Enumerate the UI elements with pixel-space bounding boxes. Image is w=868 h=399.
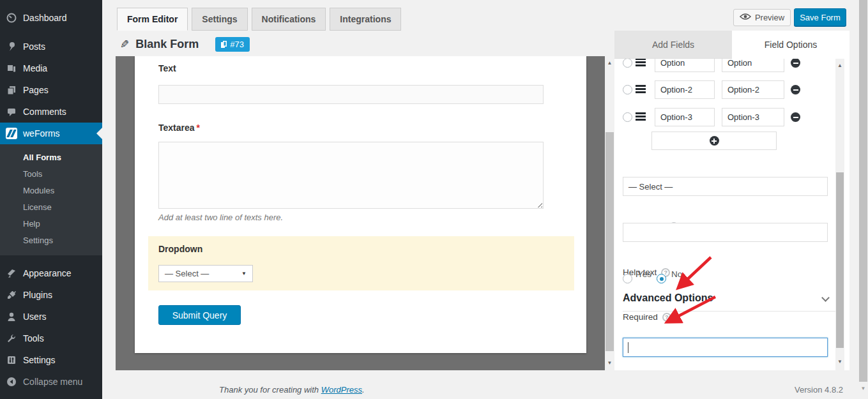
required-yes-label: Yes — [637, 269, 651, 279]
help-text-input[interactable] — [623, 223, 828, 242]
collapse-menu-button[interactable]: Collapse menu — [0, 371, 102, 393]
chevron-down-icon[interactable] — [821, 294, 830, 302]
sidebar-item-weforms[interactable]: weForms — [0, 123, 102, 144]
sidebar-item-plugins[interactable]: Plugins — [0, 284, 102, 306]
form-title: Blank Form — [135, 38, 199, 51]
tab-form-editor[interactable]: Form Editor — [117, 8, 188, 31]
panel-scrollbar-thumb[interactable] — [836, 172, 844, 348]
text-field-label: Text — [158, 63, 176, 73]
pages-icon — [5, 84, 18, 96]
sidebar-subitem-settings[interactable]: Settings — [0, 232, 102, 249]
weforms-icon — [5, 127, 18, 140]
preview-button[interactable]: Preview — [733, 9, 791, 26]
option-default-radio[interactable] — [623, 59, 632, 68]
option-label-input[interactable] — [655, 108, 715, 126]
sidebar-item-settings[interactable]: Settings — [0, 349, 102, 371]
scroll-up-icon[interactable]: ▲ — [605, 60, 614, 66]
sidebar-subitem-modules[interactable]: Modules — [0, 183, 102, 199]
sidebar-item-users[interactable]: Users — [0, 306, 102, 327]
footer-credit: Thank you for creating with WordPress. — [219, 385, 365, 395]
sidebar-item-label: Pages — [23, 85, 49, 95]
sidebar-subitem-all-forms[interactable]: All Forms — [0, 149, 102, 166]
scroll-up-icon[interactable]: ▲ — [835, 63, 844, 69]
option-row — [614, 108, 849, 126]
scroll-down-icon[interactable]: ▼ — [835, 359, 844, 365]
resize-handle[interactable] — [536, 201, 542, 207]
option-row — [614, 80, 849, 99]
sidebar-subitem-help[interactable]: Help — [0, 216, 102, 232]
tab-settings[interactable]: Settings — [192, 8, 247, 31]
sidebar-subitem-tools[interactable]: Tools — [0, 166, 102, 183]
scroll-down-icon[interactable]: ▼ — [858, 386, 868, 391]
field-options-panel: Select Text ? — Select — Help text ? Req… — [614, 59, 849, 370]
dropdown-field-select[interactable]: — Select — ▼ — [158, 265, 253, 282]
form-header: ✎ Blank Form #73 — [120, 36, 250, 52]
advanced-options-toggle[interactable]: Advanced Options — [623, 292, 713, 304]
option-label-input[interactable] — [655, 80, 715, 99]
tab-notifications[interactable]: Notifications — [252, 8, 326, 31]
tab-integrations[interactable]: Integrations — [330, 8, 401, 31]
dropdown-field-selected[interactable]: Dropdown — Select — ▼ — [148, 236, 574, 290]
main-content: Form Editor Settings Notifications Integ… — [102, 0, 868, 399]
option-value-input[interactable] — [722, 59, 784, 72]
sidebar-item-appearance[interactable]: Appearance — [0, 262, 102, 284]
scroll-down-icon[interactable]: ▼ — [605, 360, 614, 366]
sidebar-item-label: Appearance — [23, 268, 72, 278]
sidebar-item-label: Settings — [23, 355, 56, 365]
required-yes-radio[interactable] — [623, 274, 632, 283]
text-field-input[interactable] — [158, 85, 544, 104]
option-value-input[interactable] — [722, 108, 784, 126]
drag-handle-icon[interactable] — [636, 59, 646, 68]
form-id-badge[interactable]: #73 — [215, 37, 250, 52]
window-scrollbar-thumb[interactable] — [859, 0, 867, 382]
option-label-input[interactable] — [655, 59, 715, 72]
sidebar-subitem-license[interactable]: License — [0, 199, 102, 216]
save-form-button[interactable]: Save Form — [794, 8, 846, 26]
sidebar-item-dashboard[interactable]: Dashboard — [0, 7, 102, 29]
form-editor-tabbar: Form Editor Settings Notifications Integ… — [117, 8, 405, 31]
submit-query-button[interactable]: Submit Query — [158, 305, 241, 325]
drag-handle-icon[interactable] — [636, 85, 646, 94]
select-text-dropdown[interactable]: — Select — — [623, 177, 828, 196]
sidebar-item-comments[interactable]: Comments — [0, 101, 102, 123]
pencil-icon[interactable]: ✎ — [120, 38, 129, 51]
window-scrollbar[interactable]: ▼ — [858, 0, 868, 399]
active-menu-notch — [96, 128, 102, 139]
remove-option-icon[interactable] — [791, 112, 800, 122]
sidebar-item-media[interactable]: Media — [0, 57, 102, 79]
remove-option-icon[interactable] — [791, 85, 800, 94]
textarea-field-input[interactable] — [158, 142, 544, 209]
comments-icon — [5, 105, 18, 118]
sidebar-item-posts[interactable]: Posts — [0, 36, 102, 57]
canvas-scrollbar-thumb[interactable] — [605, 132, 614, 351]
help-icon[interactable]: ? — [662, 313, 671, 322]
option-default-radio[interactable] — [623, 112, 632, 122]
sidebar-item-label: Collapse menu — [23, 377, 82, 387]
sidebar-item-tools[interactable]: Tools — [0, 327, 102, 349]
plus-icon — [710, 136, 719, 146]
tab-field-options[interactable]: Field Options — [732, 31, 849, 59]
add-option-button[interactable] — [651, 132, 777, 150]
sidebar-item-label: Media — [23, 63, 47, 73]
option-default-radio[interactable] — [623, 85, 632, 94]
panel-scrollbar[interactable]: ▲ ▼ — [835, 59, 844, 370]
option-value-input[interactable] — [722, 80, 784, 99]
admin-sidebar: Dashboard Posts Media Pages Comments weF… — [0, 0, 102, 399]
css-class-input[interactable] — [623, 338, 828, 357]
sidebar-item-pages[interactable]: Pages — [0, 79, 102, 101]
sidebar-item-label: Plugins — [23, 290, 52, 300]
textarea-field-label: Textarea* — [158, 123, 200, 133]
wordpress-link[interactable]: WordPress — [321, 385, 362, 395]
canvas-scrollbar[interactable]: ▲ ▼ — [605, 56, 614, 370]
weforms-submenu: All Forms Tools Modules License Help Set… — [0, 144, 102, 255]
settings-sliders-icon — [5, 354, 18, 366]
remove-option-icon[interactable] — [791, 59, 800, 68]
required-asterisk: * — [197, 123, 200, 133]
required-no-radio[interactable] — [657, 274, 666, 283]
plugins-icon — [5, 289, 18, 301]
footer-version: Version 4.8.2 — [795, 385, 843, 395]
tab-add-fields[interactable]: Add Fields — [614, 31, 732, 59]
dashboard-icon — [5, 11, 18, 24]
drag-handle-icon[interactable] — [636, 112, 646, 122]
collapse-arrow-icon — [5, 375, 18, 388]
